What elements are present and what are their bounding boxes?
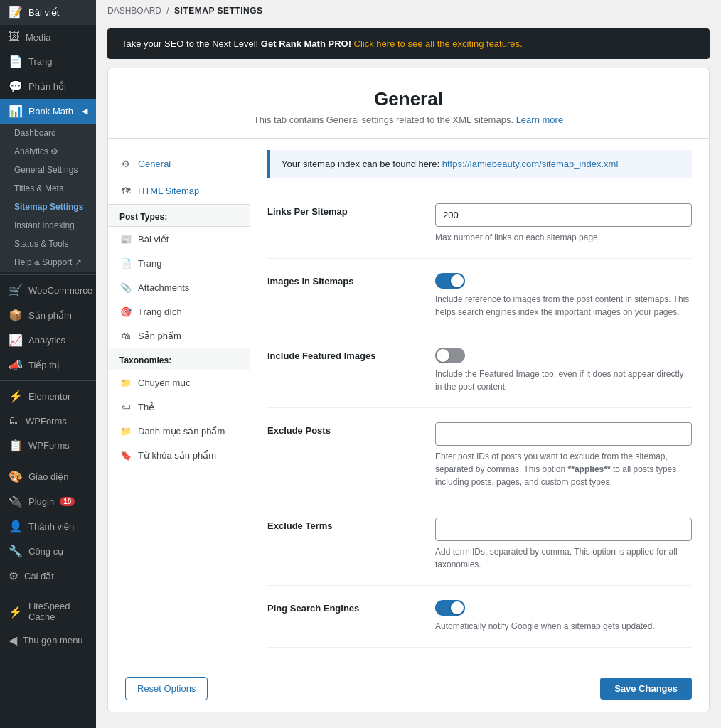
sidebar-label: Công cụ: [28, 546, 63, 557]
breadcrumb: DASHBOARD / SITEMAP SETTINGS: [96, 0, 721, 21]
tiep-thi-icon: 📣: [9, 358, 23, 372]
post-icon: 📰: [119, 232, 132, 245]
sidebar-label: WPForms: [26, 416, 67, 427]
sidebar-item-bai-viet[interactable]: 📝 Bài viết: [0, 0, 96, 25]
thanh-vien-icon: 👤: [9, 520, 23, 533]
nav-tu-khoa-san-pham[interactable]: 🔖 Từ khóa sản phẩm: [108, 443, 250, 467]
sidebar-item-cai-dat[interactable]: ⚙ Cài đặt: [0, 564, 96, 589]
breadcrumb-home[interactable]: DASHBOARD: [107, 6, 161, 16]
nav-san-pham[interactable]: 🛍 Sản phẩm: [108, 323, 250, 348]
woocommerce-icon: 🛒: [9, 284, 23, 297]
sidebar-item-litespeed[interactable]: ⚡ LiteSpeed Cache: [0, 595, 96, 628]
links-per-sitemap-label: Links Per Sitemap: [267, 203, 424, 217]
sidebar-item-trang[interactable]: 📄 Trang: [0, 49, 96, 74]
exclude-posts-input[interactable]: [435, 422, 692, 446]
sitemap-url-notice: Your sitemap index can be found here: ht…: [267, 150, 692, 178]
tab-html-sitemap[interactable]: 🗺 HTML Sitemap: [108, 177, 250, 204]
sidebar-label: Media: [26, 32, 50, 43]
sidebar-item-analytics-woo[interactable]: 📈 Analytics: [0, 328, 96, 353]
sidebar-item-elementor[interactable]: ⚡ Elementor: [0, 384, 96, 409]
post-types-section: Post Types:: [108, 204, 250, 227]
nav-the[interactable]: 🏷 Thẻ: [108, 395, 250, 419]
landing-icon: 🎯: [119, 305, 132, 318]
main-content: DASHBOARD / SITEMAP SETTINGS Take your S…: [96, 0, 721, 728]
include-featured-images-toggle[interactable]: [435, 348, 465, 363]
sidebar-item-cong-cu[interactable]: 🔧 Công cụ: [0, 539, 96, 564]
product-cat-icon: 📁: [119, 424, 132, 437]
sidebar-item-media[interactable]: 🖼 Media: [0, 25, 96, 49]
exclude-terms-input[interactable]: [435, 518, 692, 541]
sitemap-url-link[interactable]: https://lamiebeauty.com/sitemap_index.xm…: [442, 159, 619, 169]
sub-item-dashboard[interactable]: Dashboard: [0, 124, 96, 142]
tag-icon: 🏷: [119, 400, 132, 413]
toggle-thumb: [451, 274, 464, 287]
sidebar-item-tiep-thi[interactable]: 📣 Tiếp thị: [0, 353, 96, 378]
collapse-icon: ◀: [9, 633, 17, 647]
links-per-sitemap-control: Max number of links on each sitemap page…: [435, 203, 692, 244]
ping-search-engines-control: Automatically notify Google when a sitem…: [435, 600, 692, 633]
sidebar-item-rank-math[interactable]: 📊 Rank Math ◀: [0, 99, 96, 124]
nav-trang[interactable]: 📄 Trang: [108, 251, 250, 275]
promo-text: Take your SEO to the Next Level!: [122, 38, 258, 49]
page-header: General This tab contains General settin…: [108, 68, 709, 139]
phan-hoi-icon: 💬: [9, 80, 23, 93]
sidebar-label: Elementor: [28, 391, 70, 402]
sidebar-item-collapse[interactable]: ◀ Thu gọn menu: [0, 628, 96, 653]
sub-item-help-support[interactable]: Help & Support ↗: [0, 253, 96, 272]
sidebar-item-template[interactable]: 🗂 WPForms: [0, 409, 96, 433]
promo-link[interactable]: Click here to see all the exciting featu…: [354, 38, 523, 49]
content-body: ⚙ General 🗺 HTML Sitemap Post Types: 📰 B…: [108, 139, 709, 665]
page-subtitle: This tab contains General settings relat…: [122, 114, 695, 125]
sidebar-item-woocommerce[interactable]: 🛒 WooCommerce: [0, 278, 96, 303]
sub-item-titles-meta[interactable]: Titles & Meta: [0, 179, 96, 198]
nav-attachments[interactable]: 📎 Attachments: [108, 275, 250, 299]
sidebar-item-phan-hoi[interactable]: 💬 Phản hồi: [0, 74, 96, 99]
product-tag-icon: 🔖: [119, 449, 132, 461]
nav-trang-dich[interactable]: 🎯 Trang đích: [108, 299, 250, 323]
ping-search-engines-toggle[interactable]: [435, 600, 465, 616]
setting-include-featured-images: Include Featured Images Include the Feat…: [267, 333, 692, 408]
setting-exclude-posts: Exclude Posts Enter post IDs of posts yo…: [267, 408, 692, 503]
sidebar-label: Bài viết: [28, 7, 59, 18]
links-per-sitemap-input[interactable]: [435, 203, 692, 227]
nav-bai-viet[interactable]: 📰 Bài viết: [108, 227, 250, 251]
sidebar-item-thanh-vien[interactable]: 👤 Thành viên: [0, 514, 96, 539]
wpforms-icon: 📋: [9, 439, 23, 452]
sub-item-sitemap-settings[interactable]: Sitemap Settings: [0, 198, 96, 216]
sub-item-general-settings[interactable]: General Settings: [0, 161, 96, 179]
sidebar-label: Giao diện: [28, 471, 68, 482]
images-in-sitemaps-toggle[interactable]: [435, 273, 465, 289]
sidebar-item-plugin[interactable]: 🔌 Plugin 10: [0, 489, 96, 514]
page-title: General: [122, 88, 695, 110]
images-in-sitemaps-desc: Include reference to images from the pos…: [435, 293, 692, 318]
learn-more-link[interactable]: Learn more: [516, 114, 563, 125]
nav-danh-muc-san-pham[interactable]: 📁 Danh mục sản phẩm: [108, 419, 250, 443]
sidebar-label: Rank Math: [28, 106, 73, 117]
setting-images-in-sitemaps: Images in Sitemaps Include reference to …: [267, 259, 692, 333]
setting-exclude-terms: Exclude Terms Add term IDs, separated by…: [267, 503, 692, 586]
sidebar-label: Trang: [28, 56, 52, 67]
cong-cu-icon: 🔧: [9, 545, 23, 558]
sub-item-instant-indexing[interactable]: Instant Indexing: [0, 216, 96, 235]
exclude-posts-desc: Enter post IDs of posts you want to excl…: [435, 450, 692, 488]
san-pham-icon: 📦: [9, 309, 23, 322]
breadcrumb-sep: /: [166, 6, 169, 16]
sidebar-item-giao-dien[interactable]: 🎨 Giao diện: [0, 464, 96, 489]
litespeed-icon: ⚡: [9, 605, 23, 619]
toggle-thumb: [451, 601, 464, 614]
plugin-icon: 🔌: [9, 495, 23, 508]
exclude-terms-desc: Add term IDs, separated by comma. This o…: [435, 545, 692, 571]
settings-panel: Your sitemap index can be found here: ht…: [250, 139, 709, 665]
sub-item-analytics[interactable]: Analytics ⚙: [0, 142, 96, 161]
promo-banner: Take your SEO to the Next Level! Get Ran…: [107, 28, 710, 59]
promo-cta: Get Rank Math PRO!: [261, 38, 351, 49]
analytics-icon: 📈: [9, 333, 23, 347]
reset-button[interactable]: Reset Options: [125, 677, 208, 700]
sub-item-status-tools[interactable]: Status & Tools: [0, 235, 96, 253]
nav-chuyen-muc[interactable]: 📁 Chuyên mục: [108, 370, 250, 395]
template-icon: 🗂: [9, 414, 20, 427]
sidebar-item-wpforms[interactable]: 📋 WPForms: [0, 433, 96, 458]
sidebar-item-san-pham[interactable]: 📦 Sản phẩm: [0, 303, 96, 328]
save-button[interactable]: Save Changes: [600, 678, 692, 700]
tab-general[interactable]: ⚙ General: [108, 150, 250, 177]
